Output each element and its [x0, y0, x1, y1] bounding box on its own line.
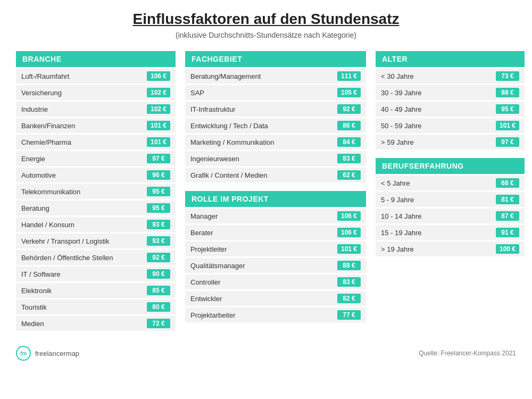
rolle-row-2: Projektleiter 101 €	[185, 242, 366, 256]
branche-row-6: Automotive 96 €	[16, 168, 176, 182]
branche-row-14: Touristik 80 €	[16, 300, 176, 314]
fachgebiet-row-3: Entwicklung / Tech / Data 86 €	[185, 118, 366, 133]
berufserfahrung-row-2: 10 - 14 Jahre 87 €	[376, 209, 525, 223]
branche-row-7: Telekommunikation 95 €	[16, 184, 176, 199]
branche-row-8: Beratung 95 €	[16, 201, 176, 215]
section-alter: ALTER < 30 Jahre 73 € 30 - 39 Jahre 88 €…	[376, 51, 525, 149]
source-text: Quelle: Freelancer-Kompass 2021	[419, 350, 516, 357]
fachgebiet-row-6: Grafik / Content / Medien 62 €	[185, 168, 366, 182]
right-column: ALTER < 30 Jahre 73 € 30 - 39 Jahre 88 €…	[376, 51, 525, 331]
alter-row-2: 40 - 49 Jahre 95 €	[376, 102, 525, 117]
branche-row-11: Behörden / Öffentliche Stellen 92 €	[16, 250, 176, 265]
freelancermap-logo-icon: fm	[16, 346, 31, 361]
branche-row-3: Banken/Finanzen 101 €	[16, 118, 176, 133]
branche-row-2: Industrie 102 €	[16, 102, 176, 117]
section-rolle: ROLLE IM PROJEKT Manager 106 € Berater 1…	[185, 191, 366, 322]
berufserfahrung-row-4: > 19 Jahre 100 €	[376, 242, 525, 256]
rolle-row-3: Qualitätsmanager 89 €	[185, 258, 366, 273]
berufserfahrung-row-3: 15 - 19 Jahre 91 €	[376, 225, 525, 240]
section-header-fachgebiet: FACHGEBIET	[185, 51, 366, 67]
rolle-row-1: Berater 106 €	[185, 225, 366, 240]
berufserfahrung-row-1: 5 - 9 Jahre 81 €	[376, 192, 525, 207]
fachgebiet-row-1: SAP 105 €	[185, 85, 366, 100]
section-berufserfahrung: BERUFSERFAHRUNG < 5 Jahre 68 € 5 - 9 Jah…	[376, 158, 525, 256]
rolle-row-5: Entwickler 82 €	[185, 291, 366, 306]
rolle-row-4: Controller 83 €	[185, 275, 366, 289]
berufserfahrung-row-0: < 5 Jahre 68 €	[376, 176, 525, 190]
main-grid: BRANCHE Luft-/Raumfahrt 106 € Versicheru…	[16, 51, 516, 331]
alter-row-3: 50 - 59 Jahre 101 €	[376, 118, 525, 133]
alter-row-1: 30 - 39 Jahre 88 €	[376, 85, 525, 100]
section-fachgebiet: FACHGEBIET Beratung/Management 111 € SAP…	[185, 51, 366, 182]
branche-row-4: Chemie/Pharma 101 €	[16, 135, 176, 149]
branche-row-12: IT / Software 90 €	[16, 267, 176, 281]
page-title: Einflussfaktoren auf den Stundensatz	[16, 11, 516, 28]
branche-row-15: Medien 72 €	[16, 316, 176, 331]
branche-row-0: Luft-/Raumfahrt 106 €	[16, 69, 176, 84]
section-branche: BRANCHE Luft-/Raumfahrt 106 € Versicheru…	[16, 51, 176, 331]
section-header-branche: BRANCHE	[16, 51, 176, 67]
footer: fm freelancermap Quelle: Freelancer-Komp…	[16, 342, 516, 361]
page-subtitle: (inklusive Durchschnitts-Stundensätze na…	[16, 31, 516, 39]
logo-area: fm freelancermap	[16, 346, 79, 361]
fachgebiet-row-5: Ingenieurwesen 83 €	[185, 151, 366, 166]
rolle-row-6: Projektarbeiter 77 €	[185, 307, 366, 322]
branche-row-13: Elektronik 85 €	[16, 283, 176, 298]
branche-row-5: Energie 97 €	[16, 151, 176, 166]
section-header-berufserfahrung: BERUFSERFAHRUNG	[376, 158, 525, 174]
alter-row-0: < 30 Jahre 73 €	[376, 69, 525, 84]
logo-text: freelancermap	[35, 350, 79, 358]
middle-column: FACHGEBIET Beratung/Management 111 € SAP…	[185, 51, 366, 331]
rolle-row-0: Manager 106 €	[185, 209, 366, 223]
section-header-alter: ALTER	[376, 51, 525, 67]
alter-row-4: > 59 Jahre 97 €	[376, 135, 525, 149]
fachgebiet-row-0: Beratung/Management 111 €	[185, 69, 366, 84]
branche-row-10: Verkehr / Transport / Logistik 93 €	[16, 234, 176, 248]
fachgebiet-row-2: IT-Infrastruktur 92 €	[185, 102, 366, 117]
fachgebiet-row-4: Marketing / Kommunikation 84 €	[185, 135, 366, 149]
branche-row-9: Handel / Konsum 93 €	[16, 217, 176, 232]
section-header-rolle: ROLLE IM PROJEKT	[185, 191, 366, 207]
branche-row-1: Versicherung 102 €	[16, 85, 176, 100]
